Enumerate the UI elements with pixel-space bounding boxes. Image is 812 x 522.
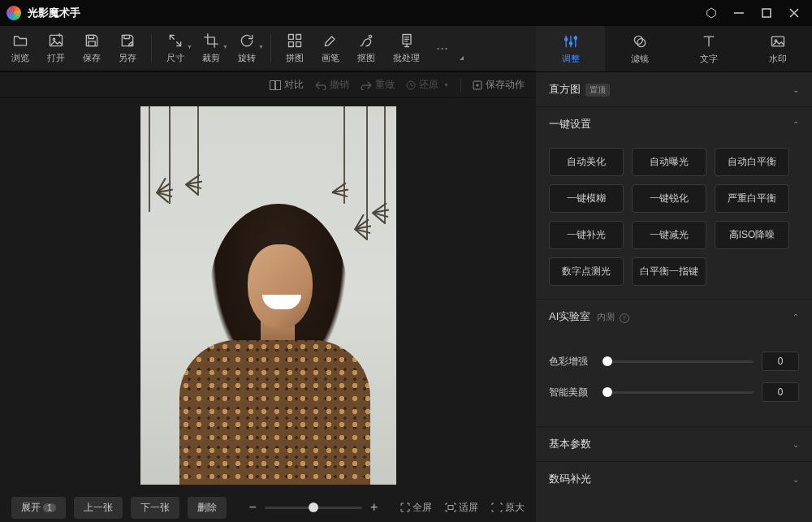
histogram-section-header[interactable]: 直方图置顶 ⌄ — [536, 72, 812, 106]
restore-button[interactable]: 还原 ▼ — [406, 78, 449, 92]
digital-fill-section-header[interactable]: 数码补光 ⌄ — [536, 462, 812, 496]
one-click-action-button[interactable]: 一键模糊 — [549, 184, 624, 213]
brush-icon — [322, 32, 339, 49]
one-click-action-button[interactable]: 一键锐化 — [632, 184, 706, 213]
canvas-main[interactable] — [0, 98, 536, 493]
zoom-in-icon[interactable]: + — [370, 500, 378, 515]
toolbar-label: 浏览 — [11, 52, 29, 64]
svg-rect-10 — [289, 35, 294, 40]
chevron-down-icon: ⌄ — [793, 475, 799, 484]
slider-track[interactable] — [603, 391, 754, 394]
save-icon — [84, 32, 100, 49]
slider-value[interactable]: 0 — [762, 382, 799, 402]
svg-rect-27 — [276, 80, 281, 89]
svg-rect-8 — [89, 41, 95, 46]
one-click-action-button[interactable]: 数字点测光 — [549, 257, 624, 286]
titlebar: 光影魔术手 — [0, 0, 812, 26]
zoom-slider[interactable] — [265, 507, 362, 509]
svg-point-17 — [564, 37, 567, 40]
settings-icon[interactable] — [705, 6, 718, 19]
save-action-button[interactable]: 保存动作 — [473, 78, 525, 92]
undo-button[interactable]: 撤销 — [315, 78, 349, 92]
tab-label: 调整 — [562, 53, 580, 65]
adjust-panel: 直方图置顶 ⌄ 一键设置 ⌃ 自动美化自动曝光自动白平衡一键模糊一键锐化严重白平… — [536, 71, 812, 522]
beta-badge: 内测 — [597, 312, 615, 321]
rotate-icon — [239, 32, 255, 49]
ai-lab-section-header[interactable]: AI实验室 内测 ? ⌃ — [536, 300, 812, 334]
chevron-down-icon: ⌄ — [793, 440, 799, 449]
tab-filter[interactable]: 滤镜 — [605, 26, 674, 71]
collage-icon — [287, 32, 303, 49]
lasso-button[interactable]: 抠图 — [357, 32, 375, 64]
one-click-section-header[interactable]: 一键设置 ⌃ — [536, 107, 812, 141]
brush-button[interactable]: 画笔 — [322, 32, 339, 64]
save-as-button[interactable]: 另存 — [119, 32, 136, 64]
minimize-button[interactable] — [732, 6, 745, 19]
close-button[interactable] — [788, 6, 801, 19]
undo-label: 撤销 — [330, 78, 349, 92]
restore-label: 还原 — [419, 78, 438, 92]
zoom-out-icon[interactable]: − — [249, 500, 257, 515]
fullscreen-button[interactable]: 全屏 — [400, 501, 432, 515]
compare-button[interactable]: 对比 — [270, 78, 304, 92]
toolbar-overflow-icon[interactable] — [460, 56, 464, 60]
original-size-button[interactable]: 原大 — [491, 501, 525, 515]
one-click-action-button[interactable]: 自动曝光 — [632, 148, 706, 176]
more-icon[interactable]: ··· — [431, 40, 453, 57]
slider-row: 智能美颜 0 — [549, 382, 799, 402]
resize-button[interactable]: ▼尺寸 — [166, 32, 184, 64]
expand-button[interactable]: 展开 1 — [11, 497, 66, 519]
save-button[interactable]: 保存 — [83, 32, 101, 64]
maximize-button[interactable] — [760, 6, 773, 19]
one-click-action-button[interactable]: 一键减光 — [632, 221, 706, 249]
delete-button[interactable]: 删除 — [188, 497, 227, 519]
svg-rect-11 — [296, 35, 301, 40]
app-title: 光影魔术手 — [28, 6, 80, 20]
one-click-action-button[interactable]: 自动美化 — [549, 148, 624, 176]
pin-badge: 置顶 — [585, 84, 610, 97]
folder-button[interactable]: 浏览 — [11, 32, 29, 64]
panel-tabs: 调整滤镜文字水印 — [536, 26, 812, 71]
svg-rect-13 — [296, 42, 301, 47]
one-click-action-button[interactable]: 严重白平衡 — [715, 184, 789, 213]
one-click-action-button[interactable]: 一键补光 — [549, 221, 624, 249]
canvas-footer: 展开 1 上一张 下一张 删除 − + 全屏 适屏 原大 — [0, 493, 536, 522]
collage-button[interactable]: 拼图 — [286, 32, 304, 64]
basic-params-section-header[interactable]: 基本参数 ⌄ — [536, 427, 812, 461]
chevron-up-icon: ⌃ — [793, 313, 799, 321]
next-button[interactable]: 下一张 — [131, 497, 179, 519]
toolbar-label: 旋转 — [238, 52, 256, 64]
basic-params-label: 基本参数 — [549, 437, 591, 451]
canvas-subtoolbar: 对比 撤销 重做 还原 ▼ 保存动作 — [0, 72, 536, 98]
tab-watermark[interactable]: 水印 — [743, 26, 812, 71]
one-click-action-button[interactable]: 高ISO降噪 — [715, 221, 789, 249]
svg-rect-12 — [289, 42, 294, 47]
redo-button[interactable]: 重做 — [361, 78, 395, 92]
crop-icon — [203, 32, 219, 49]
svg-point-21 — [574, 37, 577, 39]
chevron-up-icon: ⌃ — [793, 120, 799, 129]
slider-thumb[interactable] — [603, 356, 612, 366]
svg-point-14 — [369, 35, 371, 37]
one-click-action-button[interactable]: 白平衡一指键 — [632, 257, 706, 286]
image-plus-icon — [48, 32, 64, 49]
rotate-button[interactable]: ▼旋转 — [238, 32, 256, 64]
image-plus-button[interactable]: 打开 — [47, 32, 65, 64]
slider-thumb[interactable] — [603, 387, 612, 397]
save-action-label: 保存动作 — [486, 78, 525, 92]
crop-button[interactable]: ▼裁剪 — [202, 32, 220, 64]
batch-icon — [399, 32, 415, 49]
tab-adjust[interactable]: 调整 — [536, 26, 605, 71]
info-icon[interactable]: ? — [620, 313, 629, 323]
batch-button[interactable]: 批处理 — [393, 32, 420, 64]
slider-track[interactable] — [603, 360, 754, 363]
one-click-action-button[interactable]: 自动白平衡 — [715, 148, 789, 176]
one-click-grid: 自动美化自动曝光自动白平衡一键模糊一键锐化严重白平衡一键补光一键减光高ISO降噪… — [549, 148, 799, 286]
tab-text[interactable]: 文字 — [674, 26, 743, 71]
slider-value[interactable]: 0 — [762, 352, 799, 371]
folder-icon — [12, 32, 28, 49]
prev-button[interactable]: 上一张 — [74, 497, 123, 519]
one-click-label: 一键设置 — [549, 117, 591, 132]
fit-button[interactable]: 适屏 — [445, 501, 478, 515]
chevron-down-icon: ⌄ — [793, 85, 799, 94]
